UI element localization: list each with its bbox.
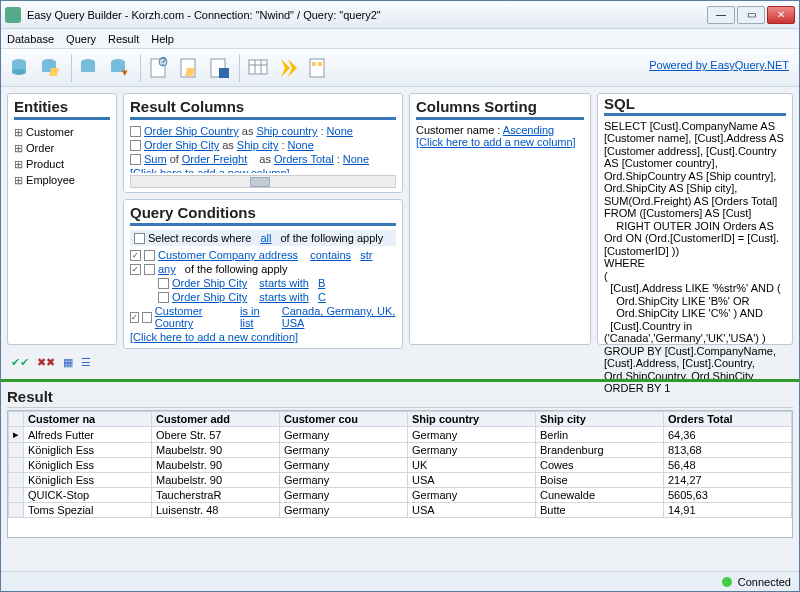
field-link[interactable]: Order Ship Country [144, 125, 239, 137]
cell: 813,68 [664, 443, 792, 458]
entity-customer[interactable]: Customer [14, 124, 110, 140]
execute-button[interactable] [274, 54, 302, 82]
field-link[interactable]: Order Ship City [144, 139, 219, 151]
group-icon[interactable] [144, 264, 155, 275]
table-row[interactable]: Königlich EssMaubelstr. 90GermanyGermany… [9, 443, 792, 458]
export-button[interactable] [304, 54, 332, 82]
op-link[interactable]: starts with [259, 277, 309, 289]
cond-icon[interactable] [142, 312, 151, 323]
col-header[interactable]: Customer add [152, 412, 280, 427]
grid-icon[interactable]: ▦ [63, 356, 73, 369]
field-link[interactable]: Customer Country [155, 305, 228, 329]
table-row[interactable]: QUICK-StopTaucherstraRGermanyGermanyCune… [9, 488, 792, 503]
cond-icon[interactable] [158, 278, 169, 289]
checkbox-icon[interactable] [130, 154, 141, 165]
table-row[interactable]: Königlich EssMaubelstr. 90GermanyUSABois… [9, 473, 792, 488]
db-open-button[interactable] [37, 54, 65, 82]
cond-row[interactable]: Order Ship City starts with B [130, 276, 396, 290]
check-icon[interactable]: ✓ [130, 264, 141, 275]
col-header[interactable]: Ship country [408, 412, 536, 427]
page-save-button[interactable] [205, 54, 233, 82]
val-link[interactable]: Canada, Germany, UK, USA [282, 305, 396, 329]
op-link[interactable]: contains [310, 249, 351, 261]
any-link[interactable]: any [158, 263, 176, 275]
cond-row[interactable]: Order Ship City starts with C [130, 290, 396, 304]
check-icon[interactable]: ✓ [130, 250, 141, 261]
query-open-button[interactable]: ▾ [106, 54, 134, 82]
cond-row[interactable]: ✓Customer Company address contains str [130, 248, 396, 262]
add-condition-link[interactable]: [Click here to add a new condition] [130, 331, 298, 343]
field-link[interactable]: Customer Company address [158, 249, 298, 261]
val-link[interactable]: C [318, 291, 326, 303]
rescol-row[interactable]: Order Ship CityasShip city:None [130, 138, 396, 152]
col-header[interactable]: Customer cou [280, 412, 408, 427]
checkbox-icon[interactable] [130, 126, 141, 137]
op-link[interactable]: is in list [240, 305, 270, 329]
row-selector[interactable] [9, 503, 24, 518]
sort-link[interactable]: None [327, 125, 353, 137]
page-open-button[interactable] [175, 54, 203, 82]
rescol-row[interactable]: SumofOrder Freight asOrders Total:None [130, 152, 396, 166]
table-row[interactable]: Königlich EssMaubelstr. 90GermanyUKCowes… [9, 458, 792, 473]
row-selector[interactable] [9, 458, 24, 473]
sort-link[interactable]: None [287, 139, 313, 151]
group-icon[interactable] [134, 233, 145, 244]
scroll-thumb[interactable] [250, 177, 270, 187]
hscroll[interactable] [130, 175, 396, 188]
entity-employee[interactable]: Employee [14, 172, 110, 188]
val-link[interactable]: str [360, 249, 372, 261]
minimize-button[interactable]: — [707, 6, 735, 24]
checkbox-icon[interactable] [130, 140, 141, 151]
op-link[interactable]: starts with [259, 291, 309, 303]
cond-root[interactable]: Select records where all of the followin… [130, 230, 396, 246]
alias-link[interactable]: Ship country [256, 125, 317, 137]
entities-panel: Entities Customer Order Product Employee [7, 93, 117, 345]
grid-button[interactable] [244, 54, 272, 82]
col-header[interactable]: Customer na [24, 412, 152, 427]
all-any-link[interactable]: all [260, 232, 271, 244]
add-column-link[interactable]: [Click here to add a new column] [130, 167, 290, 173]
add-sort-link[interactable]: [Click here to add a new column] [416, 136, 576, 148]
alias-link[interactable]: Orders Total [274, 153, 334, 165]
menu-help[interactable]: Help [151, 33, 174, 45]
powered-link[interactable]: Powered by EasyQuery.NET [649, 59, 789, 71]
val-link[interactable]: B [318, 277, 325, 289]
cond-icon[interactable] [144, 250, 155, 261]
menu-result[interactable]: Result [108, 33, 139, 45]
entities-tree: Customer Order Product Employee [14, 124, 110, 188]
entity-product[interactable]: Product [14, 156, 110, 172]
cond-row[interactable]: ✓Customer Country is in list Canada, Ger… [130, 304, 396, 330]
db-new-button[interactable] [7, 54, 35, 82]
col-header[interactable]: Orders Total [664, 412, 792, 427]
field-link[interactable]: Order Ship City [172, 291, 247, 303]
row-selector[interactable] [9, 488, 24, 503]
sort-link[interactable]: None [343, 153, 369, 165]
col-header[interactable]: Ship city [536, 412, 664, 427]
table-row[interactable]: ▸Alfreds FutterObere Str. 57GermanyGerma… [9, 427, 792, 443]
menu-query[interactable]: Query [66, 33, 96, 45]
entity-order[interactable]: Order [14, 140, 110, 156]
row-selector[interactable]: ▸ [9, 427, 24, 443]
query-new-button[interactable] [76, 54, 104, 82]
alias-link[interactable]: Ship city [237, 139, 279, 151]
sort-dir-link[interactable]: Ascending [503, 124, 554, 136]
menu-database[interactable]: Database [7, 33, 54, 45]
field-link[interactable]: Order Ship City [172, 277, 247, 289]
cond-group[interactable]: ✓any of the following apply [130, 262, 396, 276]
table-row[interactable]: Toms SpezialLuisenstr. 48GermanyUSAButte… [9, 503, 792, 518]
result-grid[interactable]: Customer na Customer add Customer cou Sh… [7, 410, 793, 538]
field-link[interactable]: Order Freight [182, 153, 247, 165]
checkall-icon[interactable]: ✔✔ [11, 356, 29, 369]
row-selector[interactable] [9, 443, 24, 458]
uncheckall-icon[interactable]: ✖✖ [37, 356, 55, 369]
sort-row[interactable]: Customer name : Ascending [416, 124, 584, 136]
fn-link[interactable]: Sum [144, 153, 167, 165]
list-icon[interactable]: ☰ [81, 356, 91, 369]
row-selector[interactable] [9, 473, 24, 488]
cond-icon[interactable] [158, 292, 169, 303]
close-button[interactable]: ✕ [767, 6, 795, 24]
check-icon[interactable]: ✓ [130, 312, 139, 323]
maximize-button[interactable]: ▭ [737, 6, 765, 24]
page-new-button[interactable]: ? [145, 54, 173, 82]
rescol-row[interactable]: Order Ship CountryasShip country:None [130, 124, 396, 138]
